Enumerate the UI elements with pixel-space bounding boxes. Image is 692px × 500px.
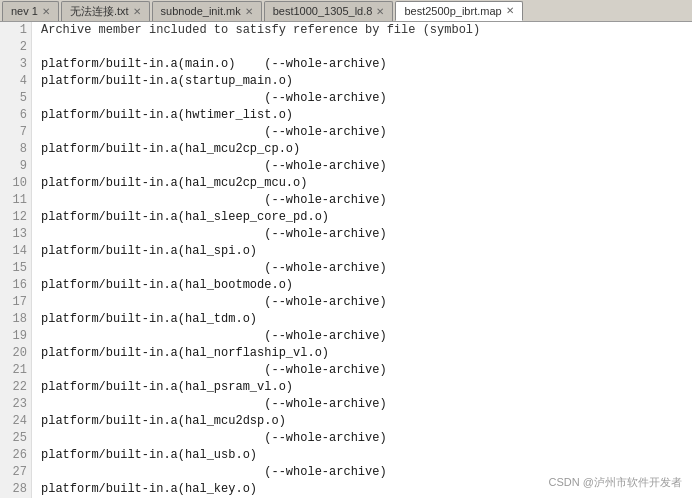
line-number: 9 [0, 158, 27, 175]
code-line: platform/built-in.a(main.o) (--whole-arc… [41, 56, 684, 73]
line-number: 2 [0, 39, 27, 56]
code-line: (--whole-archive) [41, 192, 684, 209]
line-number: 22 [0, 379, 27, 396]
code-line: Archive member included to satisfy refer… [41, 22, 684, 39]
line-number: 6 [0, 107, 27, 124]
line-number: 1 [0, 22, 27, 39]
tab-bar: nev 1✕无法连接.txt✕subnode_init.mk✕best1000_… [0, 0, 692, 22]
code-line: (--whole-archive) [41, 430, 684, 447]
line-number: 16 [0, 277, 27, 294]
line-number: 27 [0, 464, 27, 481]
code-line: platform/built-in.a(hal_tdm.o) [41, 311, 684, 328]
code-line: (--whole-archive) [41, 362, 684, 379]
code-line: (--whole-archive) [41, 90, 684, 107]
code-line: (--whole-archive) [41, 396, 684, 413]
code-line: platform/built-in.a(hwtimer_list.o) [41, 107, 684, 124]
code-line: platform/built-in.a(hal_spi.o) [41, 243, 684, 260]
code-line: (--whole-archive) [41, 328, 684, 345]
code-line: platform/built-in.a(hal_mcu2dsp.o) [41, 413, 684, 430]
line-number: 12 [0, 209, 27, 226]
code-line: platform/built-in.a(hal_usb.o) [41, 447, 684, 464]
line-numbers: 1234567891011121314151617181920212223242… [0, 22, 32, 498]
line-number: 10 [0, 175, 27, 192]
line-number: 21 [0, 362, 27, 379]
editor-area: 1234567891011121314151617181920212223242… [0, 22, 692, 500]
line-number: 18 [0, 311, 27, 328]
line-number: 7 [0, 124, 27, 141]
line-number: 5 [0, 90, 27, 107]
line-number: 15 [0, 260, 27, 277]
line-number: 14 [0, 243, 27, 260]
code-line [41, 39, 684, 56]
line-number: 11 [0, 192, 27, 209]
code-line: platform/built-in.a(hal_psram_vl.o) [41, 379, 684, 396]
close-icon[interactable]: ✕ [506, 5, 514, 16]
code-line: platform/built-in.a(hal_norflaship_vl.o) [41, 345, 684, 362]
line-number: 19 [0, 328, 27, 345]
code-line: platform/built-in.a(startup_main.o) [41, 73, 684, 90]
line-number: 20 [0, 345, 27, 362]
tab-tab2[interactable]: 无法连接.txt✕ [61, 1, 150, 21]
code-content: Archive member included to satisfy refer… [33, 22, 692, 500]
line-number: 3 [0, 56, 27, 73]
line-number: 4 [0, 73, 27, 90]
tab-tab4[interactable]: best1000_1305_ld.8✕ [264, 1, 394, 21]
tab-tab3[interactable]: subnode_init.mk✕ [152, 1, 262, 21]
line-number: 23 [0, 396, 27, 413]
close-icon[interactable]: ✕ [42, 6, 50, 17]
code-line: (--whole-archive) [41, 124, 684, 141]
line-number: 17 [0, 294, 27, 311]
line-number: 26 [0, 447, 27, 464]
code-line: platform/built-in.a(hal_mcu2cp_cp.o) [41, 141, 684, 158]
code-line: platform/built-in.a(hal_sleep_core_pd.o) [41, 209, 684, 226]
close-icon[interactable]: ✕ [133, 6, 141, 17]
line-number: 28 [0, 481, 27, 498]
code-line: platform/built-in.a(hal_bootmode.o) [41, 277, 684, 294]
line-number: 24 [0, 413, 27, 430]
code-line: (--whole-archive) [41, 294, 684, 311]
code-line: (--whole-archive) [41, 226, 684, 243]
watermark: CSDN @泸州市软件开发者 [549, 475, 682, 490]
tab-tab5[interactable]: best2500p_ibrt.map✕ [395, 1, 522, 21]
code-line: (--whole-archive) [41, 260, 684, 277]
line-number: 13 [0, 226, 27, 243]
line-number: 8 [0, 141, 27, 158]
close-icon[interactable]: ✕ [376, 6, 384, 17]
tab-tab1[interactable]: nev 1✕ [2, 1, 59, 21]
code-line: platform/built-in.a(hal_mcu2cp_mcu.o) [41, 175, 684, 192]
line-number: 25 [0, 430, 27, 447]
close-icon[interactable]: ✕ [245, 6, 253, 17]
code-line: (--whole-archive) [41, 158, 684, 175]
